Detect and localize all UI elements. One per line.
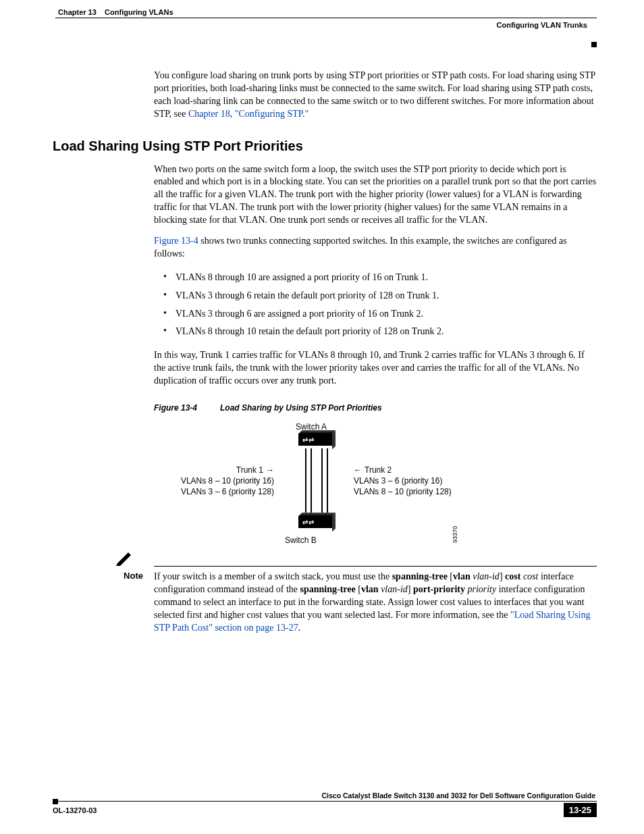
link-figure-13-4[interactable]: Figure 13-4 — [154, 236, 198, 246]
note-label: Note — [124, 571, 143, 581]
trunk2-line-icon — [327, 448, 328, 516]
switch-a-icon: ⇄ ⇄ — [298, 434, 332, 448]
trunk1-line-icon — [305, 448, 306, 516]
header-rule — [55, 18, 597, 18]
label-trunk1: Trunk 1 — [139, 465, 274, 475]
trunk1-line-icon — [311, 448, 312, 516]
list-item: VLANs 3 through 6 retain the default por… — [154, 287, 597, 305]
pencil-icon — [116, 551, 135, 566]
config-bullet-list: VLANs 8 through 10 are assigned a port p… — [154, 269, 597, 342]
paragraph-priority-explain: When two ports on the same switch form a… — [154, 163, 597, 227]
label-trunk1-vlans-b: VLANs 3 – 6 (priority 128) — [139, 486, 274, 497]
label-trunk2-vlans-a: VLANs 3 – 6 (priority 16) — [354, 475, 442, 486]
footer-marker-icon — [53, 799, 58, 804]
running-header-right: Configuring VLAN Trunks — [53, 18, 597, 29]
page-footer: Cisco Catalyst Blade Switch 3130 and 303… — [53, 789, 597, 817]
note-block: Note If your switch is a member of a swi… — [53, 551, 597, 634]
paragraph-summary: In this way, Trunk 1 carries traffic for… — [154, 349, 597, 388]
list-item: VLANs 8 through 10 retain the default po… — [154, 323, 597, 341]
note-text: If your switch is a member of a switch s… — [154, 571, 597, 634]
paragraph-figure-intro: Figure 13-4 shows two trunks connecting … — [154, 235, 597, 261]
list-item: VLANs 8 through 10 are assigned a port p… — [154, 269, 597, 287]
label-trunk2-vlans-b: VLANs 8 – 10 (priority 128) — [354, 486, 452, 497]
page-number: 13-25 — [564, 803, 597, 817]
figure-number: Figure 13-4 — [154, 403, 197, 413]
figure-caption: Figure 13-4Load Sharing by Using STP Por… — [154, 402, 597, 413]
footer-guide-title: Cisco Catalyst Blade Switch 3130 and 303… — [53, 789, 597, 801]
section-title: Configuring VLAN Trunks — [497, 21, 587, 29]
footer-doc-number: OL-13270-03 — [53, 806, 97, 814]
link-chapter18[interactable]: Chapter 18, "Configuring STP." — [188, 109, 308, 119]
figure-id: 93370 — [451, 526, 459, 543]
running-header-left: Chapter 13 Configuring VLANs — [53, 7, 597, 18]
label-trunk1-vlans-a: VLANs 8 – 10 (priority 16) — [139, 475, 274, 486]
switch-b-icon: ⇄ ⇄ — [298, 516, 332, 531]
list-item: VLANs 3 through 6 are assigned a port pr… — [154, 305, 597, 323]
chapter-number: Chapter 13 — [58, 8, 97, 16]
section-heading: Load Sharing Using STP Port Priorities — [53, 138, 597, 154]
header-marker-icon — [591, 42, 597, 47]
trunk2-line-icon — [321, 448, 323, 516]
chapter-title: Configuring VLANs — [105, 8, 173, 16]
intro-paragraph: You configure load sharing on trunk port… — [154, 70, 597, 121]
label-trunk2: Trunk 2 — [354, 465, 392, 475]
label-switch-b: Switch B — [285, 535, 317, 546]
figure-diagram: Switch A ⇄ ⇄ Trunk 1 VLANs 8 – 10 (prior… — [154, 421, 597, 556]
figure-title: Load Sharing by Using STP Port Prioritie… — [220, 403, 382, 413]
